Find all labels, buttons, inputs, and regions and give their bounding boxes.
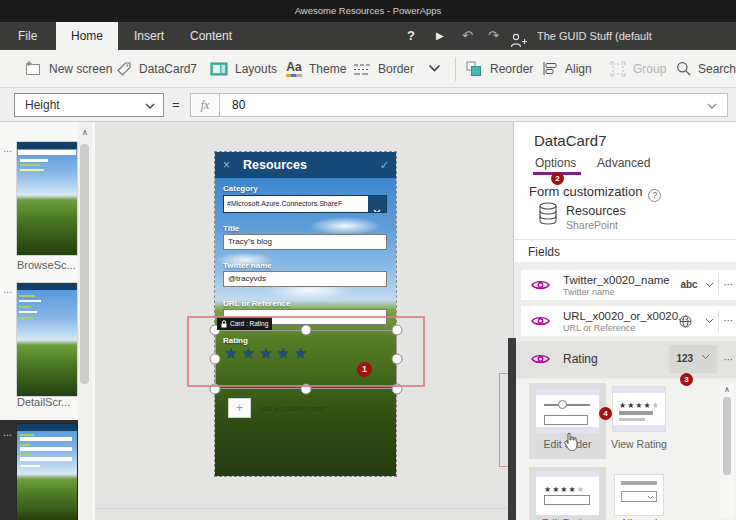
property-bar: Height = fx 80 [0,88,736,122]
chevron-down-icon[interactable] [705,282,714,288]
field-row-url[interactable]: URL_x0020_or_x0020... URL or Reference ⋯ [521,306,736,336]
reorder-button[interactable]: Reorder [466,50,533,87]
title-input[interactable]: Tracy"s blog [223,234,387,250]
share-user-icon[interactable] [510,29,528,43]
resize-handle[interactable] [392,325,403,336]
menu-file[interactable]: File [8,22,47,50]
theme-button[interactable]: Aa Theme [286,50,346,87]
screen1-menu-icon[interactable]: ⋯ [3,146,13,156]
annotation-badge-1: 1 [357,362,372,377]
twitter-input[interactable]: @tracyvds [223,271,387,287]
allowed-values-thumbnail[interactable] [615,475,663,515]
design-canvas[interactable]: × Resources ✓ Category #Microsoft.Azure.… [95,122,513,520]
border-icon [353,62,371,76]
tab-advanced[interactable]: Advanced [597,156,650,170]
undo-icon[interactable]: ↶ [462,22,473,50]
globe-icon[interactable] [679,315,692,328]
resize-handle[interactable] [210,354,221,365]
theme-label: Theme [309,62,346,76]
border-button[interactable]: Border [353,50,414,87]
field-display-name: URL or Reference [563,323,635,333]
view-rating-thumbnail[interactable]: ★★★★★ [613,387,665,431]
view-rating-label: View Rating [607,438,671,450]
screen-thumbnail-edit[interactable] [17,424,77,520]
datasource-name[interactable]: Resources [566,204,626,218]
property-dropdown-value: Height [25,98,60,112]
phone-preview[interactable]: × Resources ✓ Category #Microsoft.Azure.… [215,152,396,476]
field-row-rating[interactable]: Rating 123 ⋯ [514,341,736,378]
field-name: Twitter_x0020_name [563,274,670,286]
card-tag-icon [116,61,132,77]
selection-tag: Card : Rating [217,317,272,330]
screen2-menu-icon[interactable]: ⋯ [3,287,13,297]
resize-handle[interactable] [392,354,403,365]
more-options-icon[interactable]: ⋯ [721,341,736,378]
chevron-down-icon[interactable] [707,103,717,110]
annotation-badge-4: 4 [599,407,612,420]
sidebar-scrollbar-thumb[interactable] [80,144,89,384]
datasource-type: SharePoint [566,219,618,231]
close-icon[interactable]: × [223,152,230,178]
title-label: Title [223,224,239,233]
more-options-icon[interactable]: ⋯ [721,306,736,336]
screen-thumbnail-detail[interactable] [17,283,77,396]
panel-title: DataCard7 [534,132,607,149]
theme-aa-icon: Aa [286,61,302,77]
scroll-up-icon[interactable]: ∧ [720,385,734,394]
category-dropdown[interactable]: #Microsoft.Azure.Connectors.ShareF [223,195,387,213]
eye-icon[interactable] [531,353,550,365]
help-circle-icon[interactable]: ? [648,189,661,202]
chevron-down-icon[interactable] [705,318,714,324]
resize-handle[interactable] [392,384,403,395]
formula-input[interactable]: 80 [219,93,728,117]
play-icon[interactable]: ▶ [436,22,444,50]
field-row-twitter[interactable]: Twitter_x0020_name Twitter name abc ⋯ [521,270,736,300]
screen-thumbnail-browse[interactable] [17,142,77,255]
resize-handle[interactable] [301,384,312,395]
expand-chevron-button[interactable] [428,50,441,87]
search-icon [676,61,691,76]
menu-home[interactable]: Home [56,22,118,50]
edit-rating-thumbnail[interactable]: ★★★★★ [536,471,599,515]
canvas-scroll-edge [95,508,513,509]
resize-handle[interactable] [301,325,312,336]
menu-insert[interactable]: Insert [124,22,174,50]
layouts-button[interactable]: Layouts [210,50,277,87]
eye-icon[interactable] [531,315,550,327]
check-icon[interactable]: ✓ [380,152,389,178]
field-type-selector[interactable]: 123 [669,345,717,373]
add-card-button[interactable]: + [228,398,251,418]
screen3-menu-icon[interactable]: ⋯ [3,430,13,440]
layouts-icon [210,62,228,76]
field-type-text[interactable]: abc [676,270,702,300]
redo-icon[interactable]: ↷ [488,22,499,50]
eye-icon[interactable] [531,279,550,291]
url-label: URL or Reference [223,299,290,308]
screen1-label[interactable]: BrowseSc... [17,259,76,271]
mouse-cursor-hand [563,432,580,453]
new-screen-button[interactable]: New screen [24,50,112,87]
tab-options[interactable]: Options [535,156,576,170]
annotation-badge-3: 3 [680,373,693,386]
help-icon[interactable]: ? [407,22,415,50]
group-icon [610,61,626,77]
lock-icon [221,320,227,328]
properties-panel: DataCard7 Options Advanced Form customiz… [513,122,736,520]
edit-slider-thumbnail[interactable] [536,389,599,433]
resize-handle[interactable] [210,384,221,395]
new-screen-icon [24,60,42,77]
screens-sidebar: ⋯ BrowseSc... ⋯ DetailScr... ⋯ [0,122,95,520]
scroll-up-icon[interactable]: ∧ [78,128,92,137]
property-dropdown[interactable]: Height [14,93,164,117]
environment-name[interactable]: The GUID Stuff (default [537,22,736,50]
screen2-label[interactable]: DetailScr... [17,396,70,408]
align-button[interactable]: Align [542,50,592,87]
window-title: Awesome Resources - PowerApps [0,0,736,22]
chevron-down-icon[interactable] [368,196,386,212]
gallery-scrollbar-thumb[interactable] [723,397,731,475]
menu-content[interactable]: Content [180,22,242,50]
datacard-button[interactable]: DataCard7 [116,50,197,87]
row-divider [718,310,719,332]
more-options-icon[interactable]: ⋯ [721,270,736,300]
search-button[interactable]: Search [676,50,736,87]
